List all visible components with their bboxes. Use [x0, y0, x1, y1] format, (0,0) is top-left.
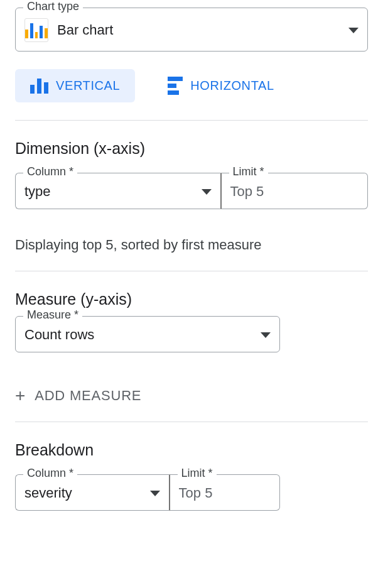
measure-select[interactable]: Measure * Count rows — [15, 316, 280, 352]
dimension-limit-legend: Limit * — [229, 166, 268, 177]
bar-chart-icon — [24, 18, 48, 42]
breakdown-limit-select[interactable]: Limit * Top 5 — [170, 474, 280, 511]
breakdown-column-select[interactable]: Column * severity — [15, 474, 170, 511]
horizontal-bars-icon — [168, 77, 183, 95]
chevron-down-icon — [261, 332, 271, 338]
dimension-column-value: type — [24, 183, 193, 200]
breakdown-limit-legend: Limit * — [178, 467, 217, 479]
breakdown-title: Breakdown — [15, 441, 368, 459]
tab-vertical-label: VERTICAL — [56, 79, 120, 93]
add-measure-label: ADD MEASURE — [35, 388, 141, 404]
plus-icon: + — [15, 389, 26, 402]
orientation-tabs: VERTICAL HORIZONTAL — [15, 69, 368, 102]
tab-vertical[interactable]: VERTICAL — [15, 69, 135, 102]
divider — [15, 422, 368, 422]
measure-value: Count rows — [24, 327, 252, 343]
chart-type-value: Bar chart — [57, 22, 340, 38]
breakdown-limit-value: Top 5 — [179, 485, 271, 501]
dimension-limit-value: Top 5 — [230, 183, 359, 200]
dimension-column-select[interactable]: Column * type — [15, 173, 222, 209]
breakdown-column-legend: Column * — [23, 467, 77, 479]
tab-horizontal[interactable]: HORIZONTAL — [153, 69, 289, 102]
vertical-bars-icon — [30, 79, 48, 94]
dimension-column-legend: Column * — [23, 166, 77, 177]
chevron-down-icon — [150, 491, 160, 496]
dimension-title: Dimension (x-axis) — [15, 139, 368, 158]
measure-title: Measure (y-axis) — [15, 290, 368, 308]
divider — [15, 271, 368, 271]
chart-type-select[interactable]: Chart type Bar chart — [15, 8, 368, 52]
measure-legend: Measure * — [23, 309, 82, 320]
dimension-hint: Displaying top 5, sorted by first measur… — [15, 237, 368, 253]
add-measure-button[interactable]: + ADD MEASURE — [15, 388, 368, 404]
divider — [15, 120, 368, 121]
chevron-down-icon — [202, 189, 212, 195]
breakdown-column-value: severity — [24, 485, 141, 501]
chevron-down-icon — [348, 28, 359, 33]
chart-type-legend: Chart type — [23, 1, 83, 12]
dimension-limit-select[interactable]: Limit * Top 5 — [222, 173, 369, 209]
tab-horizontal-label: HORIZONTAL — [190, 79, 274, 93]
